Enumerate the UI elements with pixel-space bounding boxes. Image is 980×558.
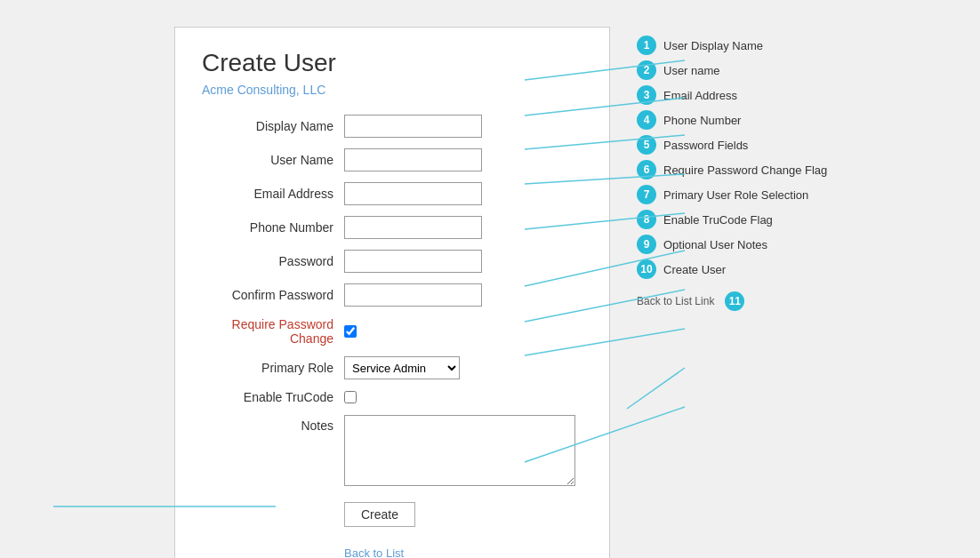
svg-line-8	[627, 368, 685, 409]
company-name: Acme Consulting, LLC	[202, 83, 582, 97]
email-address-row: Email Address	[202, 182, 582, 205]
back-to-list-link[interactable]: Back to List	[344, 546, 404, 558]
user-name-row: User Name	[202, 148, 582, 171]
require-password-change-label: Require Password Change	[202, 317, 344, 346]
annotation-4: 4 Phone Number	[637, 110, 859, 130]
badge-3: 3	[637, 85, 656, 105]
display-name-label: Display Name	[202, 119, 344, 133]
annotation-5: 5 Password Fields	[637, 135, 859, 155]
notes-textarea[interactable]	[344, 415, 575, 486]
enable-trucode-label: Enable TruCode	[202, 390, 344, 404]
page-wrapper: Create User Acme Consulting, LLC Display…	[0, 0, 980, 558]
page-title: Create User	[202, 49, 582, 77]
phone-number-label: Phone Number	[202, 220, 344, 235]
require-password-change-row: Require Password Change	[202, 317, 582, 346]
password-input[interactable]	[344, 250, 482, 273]
annotation-2: 2 User name	[637, 60, 859, 80]
email-address-label: Email Address	[202, 187, 344, 201]
annotation-label-6: Require Password Change Flag	[663, 163, 827, 177]
confirm-password-input[interactable]	[344, 283, 482, 307]
annotation-label-9: Optional User Notes	[663, 238, 767, 251]
annotation-label-8: Enable TruCode Flag	[663, 213, 773, 227]
require-password-change-checkbox[interactable]	[344, 325, 357, 338]
password-row: Password	[202, 250, 582, 273]
notes-label: Notes	[202, 415, 344, 433]
annotation-label-3: Email Address	[663, 89, 737, 102]
annotation-label-7: Primary User Role Selection	[663, 188, 808, 202]
back-list-text: Back to List Link	[637, 295, 714, 307]
notes-row: Notes	[202, 415, 582, 486]
badge-6: 6	[637, 160, 656, 179]
badge-4: 4	[637, 110, 656, 130]
form-card: Create User Acme Consulting, LLC Display…	[174, 27, 610, 558]
enable-trucode-row: Enable TruCode	[202, 390, 582, 404]
enable-trucode-checkbox[interactable]	[344, 391, 357, 403]
annotation-label-1: User Display Name	[663, 39, 763, 52]
confirm-password-label: Confirm Password	[202, 288, 344, 302]
annotation-label-2: User name	[663, 64, 720, 77]
badge-2: 2	[637, 60, 656, 80]
badge-5: 5	[637, 135, 656, 155]
display-name-row: Display Name	[202, 115, 582, 138]
annotation-3: 3 Email Address	[637, 85, 859, 105]
primary-role-row: Primary Role Service Admin Admin User	[202, 356, 582, 379]
annotation-label-4: Phone Number	[663, 114, 741, 127]
user-name-label: User Name	[202, 153, 344, 167]
annotation-11: Back to List Link 11	[637, 291, 859, 311]
display-name-input[interactable]	[344, 115, 482, 138]
badge-8: 8	[637, 210, 656, 229]
confirm-password-row: Confirm Password	[202, 283, 582, 307]
annotation-9: 9 Optional User Notes	[637, 235, 859, 254]
user-name-input[interactable]	[344, 148, 482, 171]
phone-number-row: Phone Number	[202, 216, 582, 239]
phone-number-input[interactable]	[344, 216, 482, 239]
password-label: Password	[202, 254, 344, 268]
badge-1: 1	[637, 36, 656, 55]
badge-9: 9	[637, 235, 656, 254]
annotation-10: 10 Create User	[637, 259, 859, 279]
create-button[interactable]: Create	[344, 502, 415, 527]
annotation-1: 1 User Display Name	[637, 36, 859, 55]
badge-7: 7	[637, 185, 656, 204]
create-button-row: Create	[202, 497, 582, 527]
annotation-label-5: Password Fields	[663, 139, 748, 152]
annotation-7: 7 Primary User Role Selection	[637, 185, 859, 204]
annotation-6: 6 Require Password Change Flag	[637, 160, 859, 179]
annotation-8: 8 Enable TruCode Flag	[637, 210, 859, 229]
badge-10: 10	[637, 259, 656, 279]
annotation-label-10: Create User	[663, 263, 726, 276]
primary-role-select[interactable]: Service Admin Admin User	[344, 356, 460, 379]
back-link-row: Back to List	[202, 536, 582, 558]
primary-role-label: Primary Role	[202, 361, 344, 375]
annotations-panel: 1 User Display Name 2 User name 3 Email …	[637, 36, 859, 311]
badge-11: 11	[725, 291, 744, 311]
email-address-input[interactable]	[344, 182, 482, 205]
